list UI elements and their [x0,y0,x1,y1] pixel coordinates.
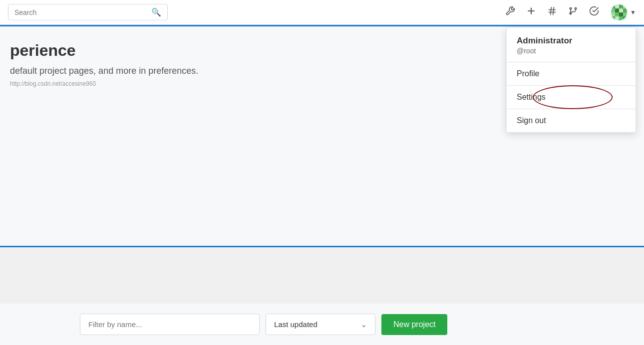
header: 🔍 [0,0,644,25]
dropdown-user-info: Administrator @root [507,28,636,62]
dropdown-username: Administrator [517,36,626,46]
profile-menu-item[interactable]: Profile [507,62,636,85]
svg-rect-19 [615,12,619,16]
bottom-bar: Last updated ⌄ New project [0,304,644,345]
sort-dropdown[interactable]: Last updated ⌄ [266,314,375,335]
hash-icon[interactable] [547,6,557,18]
check-circle-icon[interactable] [589,6,599,18]
plus-icon[interactable] [526,6,536,18]
new-project-button[interactable]: New project [381,314,447,335]
sort-chevron-icon: ⌄ [361,321,367,329]
user-dropdown-menu: Administrator @root Profile Settings Sig… [506,27,636,133]
svg-rect-20 [619,12,623,16]
filter-by-name-input[interactable] [80,314,260,335]
chevron-down-icon: ▼ [630,9,636,16]
header-icons: ▼ [505,3,636,21]
svg-rect-16 [619,8,623,12]
avatar [610,3,628,21]
merge-request-icon[interactable] [568,6,578,18]
blue-line-bottom [0,246,644,247]
search-box[interactable]: 🔍 [8,4,168,20]
signout-menu-item[interactable]: Sign out [507,109,636,132]
user-avatar-menu[interactable]: ▼ [610,3,636,21]
dropdown-handle: @root [517,47,626,55]
sort-label: Last updated [274,320,318,329]
wrench-icon[interactable] [505,6,515,18]
svg-line-5 [553,7,554,15]
search-icon: 🔍 [151,7,161,17]
svg-rect-15 [615,8,619,12]
svg-line-4 [551,7,552,15]
settings-menu-item[interactable]: Settings [507,86,636,109]
search-input[interactable] [14,8,147,16]
